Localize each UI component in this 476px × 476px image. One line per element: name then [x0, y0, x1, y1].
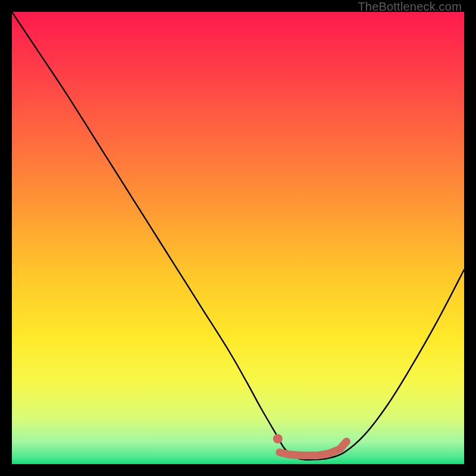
bottleneck-curve: [12, 12, 464, 460]
curve-layer: [12, 12, 464, 464]
optimal-range-stroke: [280, 441, 346, 456]
optimal-anchor-dot: [273, 434, 283, 443]
plot-area: [12, 12, 464, 464]
chart-stage: TheBottleneck.com: [0, 0, 476, 476]
watermark-text: TheBottleneck.com: [358, 0, 462, 14]
